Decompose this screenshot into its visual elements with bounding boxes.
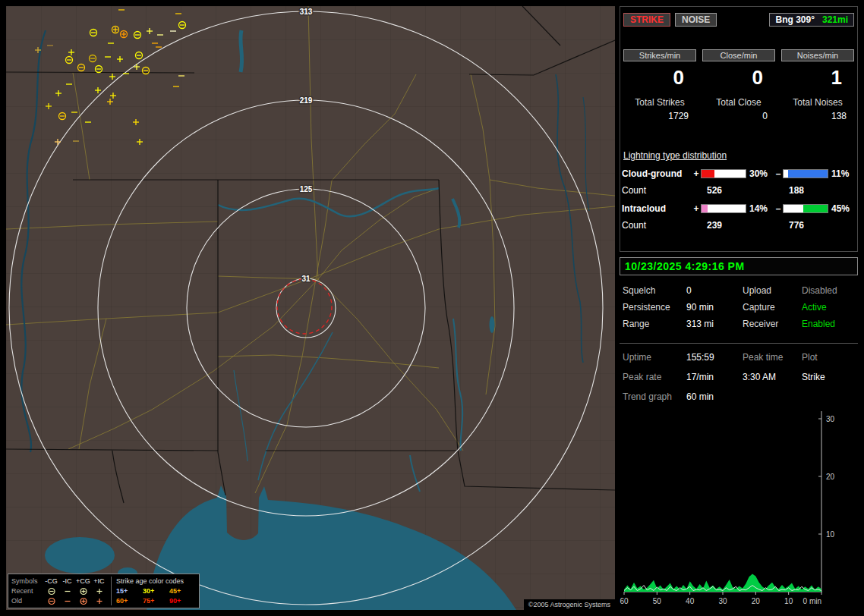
cloud-ground-positive-pct: 30% [746, 168, 774, 179]
trend-y-tick: 30 [826, 415, 835, 423]
age-code-15: 15+ [116, 586, 143, 596]
recent-pos-cg-icon [78, 587, 89, 596]
total-close-label: Total Close [702, 97, 775, 108]
legend-old-label: Old [11, 596, 43, 605]
range-value: 313 mi [686, 319, 743, 329]
lightning-type-distribution: Lightning type distribution Cloud-ground… [620, 150, 857, 231]
trend-y-tick: 20 [826, 473, 835, 481]
cloud-ground-label: Cloud-ground [622, 168, 692, 179]
age-code-75: 75+ [143, 596, 169, 605]
cloud-ground-negative-pct: 11% [828, 168, 856, 179]
bearing-distance: 321mi [822, 14, 848, 25]
bearing-readout: Bng 309° 321mi [769, 13, 854, 27]
intracloud-positive-count: 239 [701, 220, 746, 231]
range-label: Range [623, 319, 686, 329]
receiver-status: Enabled [802, 319, 855, 329]
trend-graph-row: Trend graph 60 min [623, 391, 855, 402]
trend-noises-series [624, 574, 821, 592]
total-strikes-value: 1729 [623, 111, 696, 121]
peak-time-label: Peak time [743, 352, 802, 363]
squelch-value: 0 [686, 285, 743, 296]
mode-row: STRIKE NOISE Bng 309° 321mi [623, 13, 854, 27]
range-ring-label: 219 [300, 96, 313, 105]
trend-graph-window: 60 min [686, 391, 743, 402]
age-code-90: 90+ [169, 596, 196, 605]
plot-label: Plot [802, 352, 855, 363]
legend-symbols-label: Symbols [11, 577, 43, 586]
totals-row: Total Strikes 1729 Total Close 0 Total N… [620, 97, 857, 121]
intracloud-label: Intracloud [622, 203, 692, 214]
total-noises-label: Total Noises [781, 97, 854, 108]
close-per-min-button[interactable]: Close/min [702, 49, 775, 61]
uptime-label: Uptime [623, 352, 686, 363]
distribution-title: Lightning type distribution [623, 150, 856, 161]
strikes-per-min-value: 0 [623, 66, 696, 90]
old-pos-cg-icon [78, 597, 89, 605]
age-code-45: 45+ [169, 586, 196, 596]
range-ring-label: 125 [300, 185, 313, 193]
squelch-label: Squelch [623, 285, 686, 296]
age-code-60: 60+ [116, 596, 143, 605]
trend-graph-label: Trend graph [623, 391, 686, 402]
legend-pos-cg-header: +CG [75, 577, 91, 586]
intracloud-positive-pct: 14% [746, 203, 774, 214]
trend-graph: 3020106050403020100 min [620, 405, 858, 610]
trend-x-tick: 50 [653, 597, 662, 605]
legend-recent-label: Recent [11, 586, 43, 596]
legend-pos-ic-header: +IC [91, 577, 107, 586]
legend-neg-cg-header: -CG [43, 577, 59, 586]
trend-x-tick: 0 min [803, 597, 821, 605]
persistence-label: Persistence [623, 302, 686, 313]
minus-sign: – [774, 168, 783, 179]
trend-x-tick: 40 [686, 597, 695, 605]
old-neg-cg-icon [46, 597, 57, 605]
cloud-ground-positive-bar [701, 169, 746, 178]
recent-neg-ic-icon [62, 587, 73, 596]
statistics-section: Uptime 155:59 Peak time Plot Peak rate 1… [623, 352, 855, 382]
legend-age-title: Strike age color codes [116, 577, 196, 586]
plus-sign: + [692, 203, 701, 214]
recent-neg-cg-icon [46, 587, 57, 596]
noise-mode-button[interactable]: NOISE [675, 13, 717, 27]
cloud-ground-negative-bar [783, 169, 828, 178]
cloud-ground-positive-count: 526 [701, 185, 746, 196]
range-ring-label: 31 [301, 275, 311, 283]
peak-rate-label: Peak rate [623, 372, 686, 382]
noises-per-min-button[interactable]: Noises/min [781, 49, 854, 61]
range-ring-label: 313 [300, 8, 313, 16]
receiver-label: Receiver [743, 319, 802, 329]
trend-x-tick: 30 [718, 597, 727, 605]
plus-sign: + [692, 168, 701, 179]
count-label: Count [622, 185, 692, 196]
close-per-min-value: 0 [702, 66, 775, 90]
old-neg-ic-icon [62, 597, 73, 605]
old-pos-ic-icon [94, 597, 105, 605]
intracloud-negative-count: 776 [783, 220, 828, 231]
uptime-value: 155:59 [686, 352, 743, 363]
trend-x-tick: 10 [784, 597, 793, 605]
intracloud-positive-bar [701, 204, 746, 213]
persistence-value: 90 min [686, 302, 743, 313]
lightning-map[interactable]: 31125219313 Symbols -CG -IC +CG +IC Rece… [6, 6, 615, 610]
legend-neg-ic-header: -IC [59, 577, 75, 586]
settings-section: Squelch 0 Upload Disabled Persistence 90… [623, 285, 855, 329]
map-legend: Symbols -CG -IC +CG +IC Recent Old Strik… [8, 574, 200, 608]
plot-value: Strike [802, 372, 855, 382]
cloud-ground-negative-count: 188 [783, 185, 828, 196]
counters-section: STRIKE NOISE Bng 309° 321mi Strikes/min … [620, 6, 858, 252]
recent-pos-ic-icon [94, 587, 105, 596]
peak-rate-value: 17/min [686, 372, 743, 382]
total-close-value: 0 [702, 111, 775, 121]
trend-x-tick: 60 [620, 597, 629, 605]
capture-status: Active [802, 302, 855, 313]
strike-mode-button[interactable]: STRIKE [623, 13, 670, 27]
strikes-per-min-button[interactable]: Strikes/min [623, 49, 696, 61]
count-label: Count [622, 220, 692, 231]
upload-label: Upload [743, 285, 802, 296]
noises-per-min-value: 1 [781, 66, 854, 90]
peak-time-value: 3:30 AM [743, 372, 802, 382]
total-strikes-label: Total Strikes [623, 97, 696, 108]
trend-y-tick: 10 [826, 530, 835, 539]
total-noises-value: 138 [781, 111, 854, 121]
copyright-notice: ©2005 Astrogenic Systems [524, 599, 615, 610]
